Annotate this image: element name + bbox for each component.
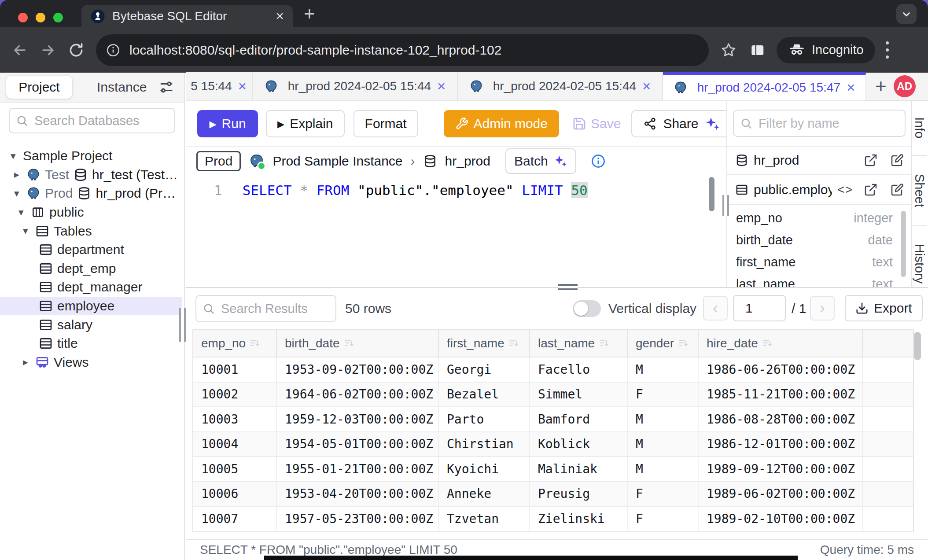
table-cell[interactable]: 10002 — [193, 383, 277, 407]
format-button[interactable]: Format — [354, 110, 418, 137]
close-icon[interactable]: × — [642, 78, 651, 95]
table-row[interactable]: 100011953-09-02T00:00:00ZGeorgiFacelloM1… — [193, 357, 913, 383]
page-input[interactable] — [733, 295, 786, 321]
caret-right-icon[interactable]: ▸ — [14, 169, 26, 181]
results-resize-handle[interactable] — [558, 284, 578, 290]
tree-item-prod[interactable]: ▾Prodhr_prod (Pr… — [0, 184, 182, 203]
side-tab-info[interactable]: Info — [912, 101, 927, 156]
run-button[interactable]: ▶ Run — [197, 110, 258, 137]
table-cell[interactable]: Simmel — [530, 383, 628, 407]
table-row[interactable]: 100051955-01-21T00:00:00ZKyoichiMaliniak… — [193, 457, 913, 482]
table-cell[interactable]: M — [628, 357, 699, 382]
results-scrollbar-thumb[interactable] — [914, 332, 921, 360]
table-cell[interactable]: 1989-02-10T00:00:00Z — [699, 507, 863, 531]
export-button[interactable]: Export — [845, 295, 923, 321]
column-header-hire_date[interactable]: hire_date — [699, 330, 863, 357]
column-row[interactable]: last_nametext — [727, 273, 899, 287]
tree-item-title[interactable]: title — [0, 334, 182, 353]
table-cell[interactable]: 10004 — [193, 432, 277, 457]
sort-icon[interactable] — [762, 338, 773, 349]
sort-icon[interactable] — [249, 338, 261, 349]
database-search-input[interactable] — [33, 113, 163, 129]
editor-tab[interactable]: hr_prod 2024-02-05 15:47× — [663, 72, 866, 100]
caret-down-icon[interactable]: ▾ — [23, 225, 35, 237]
schema-filter-input[interactable] — [758, 116, 891, 131]
table-cell[interactable]: M — [628, 407, 699, 431]
results-search[interactable] — [195, 295, 336, 322]
external-link-icon[interactable] — [864, 153, 878, 167]
maximize-window-button[interactable] — [53, 13, 63, 22]
table-cell[interactable]: Chirstian — [439, 432, 530, 457]
close-icon[interactable]: × — [238, 78, 247, 95]
new-sheet-button[interactable]: + — [875, 75, 887, 97]
tree-item-test[interactable]: ▸Testhr_test (Test… — [0, 166, 182, 184]
column-row[interactable]: birth_datedate — [727, 229, 899, 251]
table-cell[interactable]: 1985-11-21T00:00:00Z — [699, 383, 863, 407]
sort-icon[interactable] — [678, 338, 689, 349]
browser-menu-icon[interactable] — [886, 41, 889, 59]
caret-down-icon[interactable]: ▾ — [11, 150, 23, 162]
side-panel-icon[interactable] — [748, 42, 766, 59]
explain-button[interactable]: ▶ Explain — [266, 110, 345, 137]
editor-tab[interactable]: 5 15:44× — [186, 72, 253, 100]
table-cell[interactable]: 1957-05-23T00:00:00Z — [277, 507, 439, 531]
table-cell[interactable]: Anneke — [439, 482, 530, 506]
tree-item-department[interactable]: department — [0, 240, 182, 259]
table-cell[interactable]: Kyoichi — [439, 457, 530, 481]
instance-name[interactable]: Prod Sample Instance — [273, 154, 402, 169]
sort-icon[interactable] — [508, 338, 519, 349]
panel-database-row[interactable]: hr_prod — [727, 146, 911, 175]
column-header-first_name[interactable]: first_name — [439, 330, 530, 357]
panel-scrollbar-thumb[interactable] — [901, 211, 906, 277]
back-icon[interactable] — [11, 42, 28, 59]
tree-item-public[interactable]: ▾public — [0, 203, 182, 222]
external-link-icon[interactable] — [864, 183, 878, 197]
table-cell[interactable]: Koblick — [530, 432, 628, 457]
database-search[interactable] — [9, 108, 175, 133]
table-row[interactable]: 100041954-05-01T00:00:00ZChirstianKoblic… — [193, 432, 913, 457]
close-tab-icon[interactable]: × — [276, 8, 284, 24]
table-cell[interactable]: M — [628, 432, 699, 457]
table-cell[interactable]: Tzvetan — [439, 507, 530, 531]
editor-scrollbar-thumb[interactable] — [709, 177, 714, 211]
edit-icon[interactable] — [890, 153, 904, 167]
table-cell[interactable]: 1955-01-21T00:00:00Z — [277, 457, 439, 481]
side-tab-sheet[interactable]: Sheet — [912, 156, 927, 226]
table-cell[interactable]: Facello — [530, 357, 628, 382]
browser-tab[interactable]: Bytebase SQL Editor × — [81, 5, 293, 27]
avatar[interactable]: AD — [894, 75, 916, 97]
prev-page-button[interactable]: ‹ — [703, 296, 728, 321]
table-cell[interactable]: F — [628, 482, 699, 506]
tree-item-tables[interactable]: ▾Tables — [0, 221, 182, 240]
info-circle-icon[interactable] — [590, 153, 606, 169]
schema-filter[interactable] — [733, 110, 906, 137]
table-cell[interactable]: Georgi — [439, 357, 530, 382]
panel-table-row[interactable]: public.employee <> — [727, 176, 911, 205]
table-row[interactable]: 100031959-12-03T00:00:00ZPartoBamfordM19… — [193, 407, 913, 432]
column-row[interactable]: emp_nointeger — [727, 207, 899, 229]
results-search-input[interactable] — [220, 301, 323, 317]
new-tab-button[interactable]: + — [304, 3, 315, 25]
table-cell[interactable]: Zielinski — [530, 507, 628, 531]
table-cell[interactable]: F — [628, 507, 699, 531]
caret-down-icon[interactable]: ▾ — [18, 206, 31, 218]
column-header-gender[interactable]: gender — [628, 330, 699, 357]
editor-tab[interactable]: hr_prod 2024-02-05 15:44× — [458, 72, 663, 100]
table-cell[interactable]: 10005 — [193, 457, 277, 481]
sort-icon[interactable] — [343, 338, 355, 349]
table-cell[interactable]: 1953-04-20T00:00:00Z — [277, 482, 439, 506]
column-header-birth_date[interactable]: birth_date — [277, 330, 439, 357]
tab-instance[interactable]: Instance — [97, 80, 147, 95]
site-info-icon[interactable] — [106, 43, 121, 58]
table-cell[interactable]: 1959-12-03T00:00:00Z — [277, 407, 439, 431]
tab-search-button[interactable] — [896, 4, 917, 24]
table-cell[interactable]: 1986-06-26T00:00:00Z — [699, 357, 863, 382]
table-row[interactable]: 100061953-04-20T00:00:00ZAnnekePreusigF1… — [193, 482, 913, 507]
close-icon[interactable]: × — [437, 78, 446, 95]
forward-icon[interactable] — [40, 42, 56, 59]
tree-item-sample-project[interactable]: ▾Sample Project — [0, 147, 182, 166]
table-cell[interactable]: 1954-05-01T00:00:00Z — [277, 432, 439, 457]
sidebar-resize-handle[interactable] — [179, 308, 186, 342]
code-icon[interactable]: <> — [837, 183, 853, 197]
table-cell[interactable]: 1989-06-02T00:00:00Z — [699, 482, 863, 506]
